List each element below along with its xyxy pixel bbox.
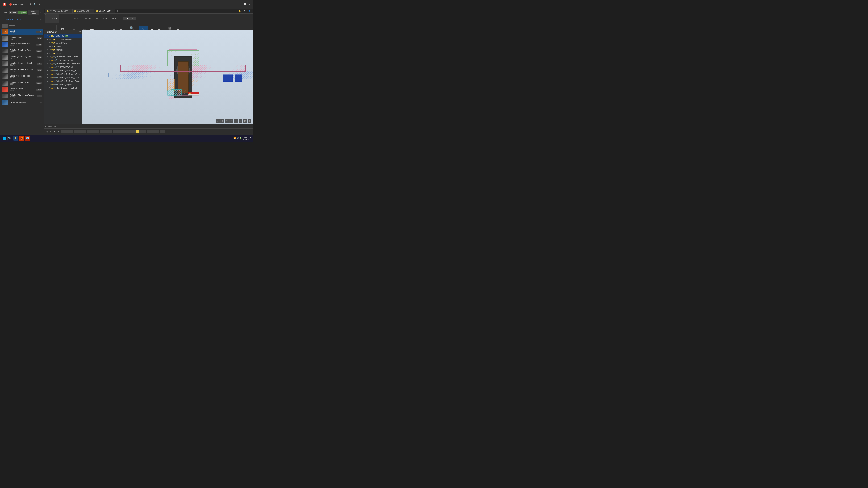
tree-item-17hs2[interactable]: ▶ 👁 🔒 ⚙ 🔗 17HS08-1004S v1:2 [44,65,82,69]
tree-arrow-origin[interactable]: ▶ [50,45,51,47]
tree-item-17hs1[interactable]: ▶ 👁 🔒 ⚙ 🔗 17HS08-1004S v1:1 [44,59,82,62]
timeline-item-26[interactable] [126,130,128,133]
file-item-rhov2[interactable]: GeistBot_RhoRack_V2 5/22/23 V16 ▾ [1,80,43,86]
timeline-item-1[interactable] [61,130,63,133]
bell-icon[interactable]: 🔔 [238,9,242,13]
timeline-item-10[interactable] [84,130,87,133]
timeline-prev-button[interactable]: ◀ [49,130,53,134]
timeline-next-button[interactable]: ▶| [57,130,60,134]
taskbar-time[interactable]: 6:20 PM 7/10/2023 [243,136,251,140]
new-folder-button[interactable]: New Folder [28,10,38,15]
timeline-item-9[interactable] [82,130,84,133]
tab-sandspa[interactable]: SandSPA v57* ✕ [72,9,94,13]
timeline-item-16[interactable] [100,130,102,133]
tree-arrow-rhov2-t[interactable]: ▶ [47,73,49,75]
tree-arrow-joints[interactable]: ▶ [47,53,49,54]
timeline-item-33[interactable] [144,130,146,133]
file-item-mountingplate[interactable]: GeistBot_MountingPlate 5/17/23 V22 ▾ [1,41,43,48]
browser-collapse-button[interactable]: ◀ [45,31,46,33]
v-dd-icon[interactable]: ▾ [40,37,41,39]
maximize-button[interactable]: ⬜ [243,2,247,6]
taskbar-fusion-icon[interactable]: F [13,136,18,141]
version-dropdown-icon[interactable]: ▾ [40,31,41,33]
timeline-play-button[interactable]: ▶ [53,130,56,134]
file-item-rhogear2[interactable]: GeistBot_RhoRack_Gear2 2/10/23 V6 ▾ [1,61,43,67]
tree-item-magnet-t[interactable]: ▶ 👁 🔒 ⚙ 🔗 GeistBot_Magnet v1:1 [44,83,82,86]
add-tab-button[interactable]: + [116,9,119,13]
people-tab[interactable]: People [9,11,18,14]
timeline-item-4[interactable] [68,130,71,133]
tree-root-geistbot[interactable]: ▾ 👁 🔒 GeistBot v65 v65 ✏ [44,34,82,38]
view-home-button[interactable]: ⌂ [216,119,220,123]
timeline-item-6[interactable] [73,130,76,133]
tab-mesh[interactable]: MESH [83,17,93,20]
minimize-button[interactable]: — [238,2,242,6]
timeline-item-22[interactable] [115,130,118,133]
account-icon[interactable]: 👤 [247,9,251,13]
timeline-item-37[interactable] [154,130,157,133]
data-tab[interactable]: Data [1,11,8,14]
tree-arrow-docsettings[interactable]: ▶ [47,38,49,40]
file-item-rhobottom[interactable]: GeistBot_RhoRack_Bottom 2/28/23 V16 ▾ [1,48,43,54]
taskbar-app3-icon[interactable]: 📧 [25,136,30,141]
tree-item-lazy-t[interactable]: ▶ 👁 🔒 ⚙ 🔗 LazySusanBearing2 v1:1 [44,86,82,90]
timeline-item-20[interactable] [110,130,113,133]
breadcrumb-item[interactable]: SandSPA_Tabletop [5,18,21,20]
timeline-item-12[interactable] [89,130,92,133]
tab-solid[interactable]: SOLID [60,17,69,20]
timeline-item-24[interactable] [121,130,123,133]
taskbar-app2-icon[interactable]: 🦊 [19,136,24,141]
user-menu[interactable]: Aiden Vigue ▾ [8,3,26,6]
view-slice-button[interactable]: ⊟ [248,119,251,123]
tab-close-geistbot[interactable]: ✕ [112,10,113,12]
tree-arrow-namedviews[interactable]: ▶ [47,42,49,44]
tree-item-thetagear[interactable]: ▶ 👁 🔒 ⚙ 🔗 GeistBot_ThetaGear v30:1 [44,62,82,65]
tree-item-joints[interactable]: ▶ 👁 💡 📁 Joints [44,52,82,55]
timeline-item-36[interactable] [152,130,154,133]
view-zoom-out-button[interactable]: - [234,119,238,123]
file-item-geistbot[interactable]: ⚙ GeistBot 6/18/23 V65 ▾ [1,29,43,35]
app-logo[interactable]: A [1,2,7,6]
tree-arrow-mountingplate[interactable]: ▶ [47,56,49,58]
file-item-rhogear[interactable]: GeistBot_RhoRack_Gear 2/9/23 V3 ▾ [1,54,43,61]
timeline-item-18[interactable] [105,130,107,133]
tree-item-analysis[interactable]: ▶ 👁 💡 📁 Analysis [44,48,82,52]
search-button[interactable]: 🔍 [33,2,37,6]
home-button[interactable]: ⌂ [1,18,3,21]
timeline-item-5[interactable] [71,130,73,133]
timeline-item-8[interactable] [79,130,81,133]
view-fit-button[interactable]: ⊡ [220,119,224,123]
tree-root-arrow[interactable]: ▾ [44,35,46,37]
timeline-item-30[interactable] [136,130,138,133]
tab-close-sandspa[interactable]: ✕ [91,10,92,12]
timeline-item-3[interactable] [66,130,68,133]
file-item-magnet[interactable]: GeistBot_Magnet 2/14/23 V1 ▾ [1,35,43,41]
refresh-button[interactable]: ↺ [28,2,32,6]
timeline-item-23[interactable] [118,130,120,133]
file-item-thetagear[interactable]: GeistBot_ThetaGear 4/14/23 V30 ▾ [1,87,43,93]
timeline-item-29[interactable] [133,130,136,133]
tree-arrow-thetagear-t[interactable]: ▶ [47,63,49,65]
file-item-lazy[interactable]: LazySusanBearing [1,99,43,105]
tree-arrow-rhotop-t[interactable]: ▶ [47,80,49,82]
tab-sheetmetal[interactable]: SHEET METAL [93,17,110,20]
panel-options-button[interactable]: ⚙ [38,17,42,21]
panel-settings-button[interactable]: ⚙ [39,10,42,14]
timeline-item-34[interactable] [147,130,149,133]
tree-item-origin[interactable]: ▶ 👁 📁 Origin [44,44,82,48]
tab-plastic[interactable]: PLASTIC [111,17,123,20]
timeline-item-25[interactable] [123,130,125,133]
timeline-item-31[interactable] [139,130,141,133]
file-item-rhotop[interactable]: GeistBot_RhoRack_Top 2/10/23 V3 ▾ [1,73,43,80]
tree-item-gear2-t[interactable]: ▶ 👁 🔒 ⚙ 🔗 GeistBot_RhoRack_Gear2 v... [44,76,82,79]
tree-item-docsettings[interactable]: ▶ 👁 💡 📁 Document Settings [44,38,82,41]
timeline-item-27[interactable] [128,130,131,133]
timeline-item-11[interactable] [87,130,89,133]
timeline-item-7[interactable] [76,130,79,133]
view-zoom-in-button[interactable]: + [229,119,233,123]
timeline-item-21[interactable] [113,130,115,133]
timeline-item-2[interactable] [63,130,66,133]
timeline-item-40[interactable] [162,130,164,133]
help-icon[interactable]: ? [242,9,247,13]
tab-close-wled[interactable]: ✕ [69,10,70,12]
